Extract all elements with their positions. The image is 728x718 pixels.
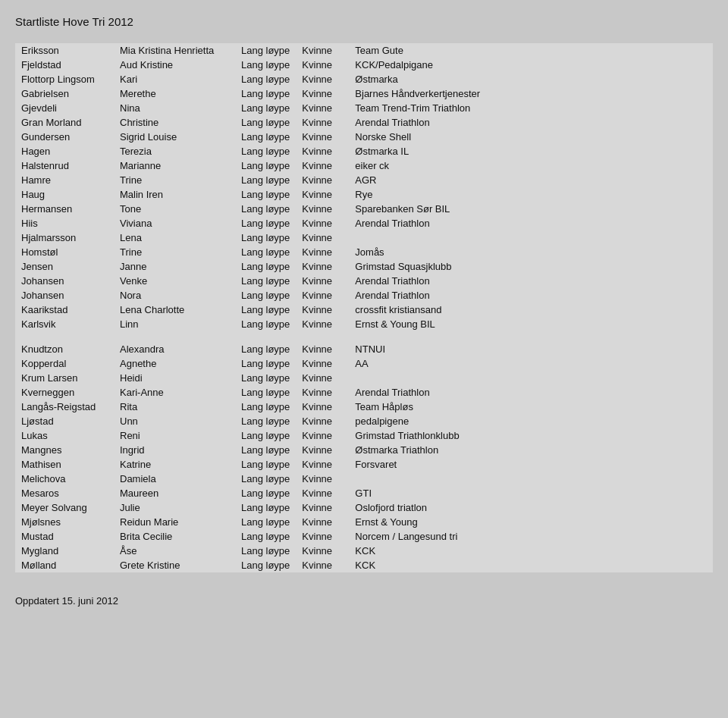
table-row: KaarikstadLena CharlotteLang løypeKvinne…	[15, 303, 713, 317]
table-row: HalstenrudMarianneLang løypeKvinneeiker …	[15, 158, 713, 173]
table-spacer	[15, 331, 713, 342]
table-row: FjeldstadAud KristineLang løypeKvinneKCK…	[15, 58, 713, 72]
table-row: MyglandÅseLang løypeKvinneKCK	[15, 544, 713, 558]
table-row: HiisVivianaLang løypeKvinneArendal Triat…	[15, 216, 713, 230]
table-row: MesarosMaureenLang løypeKvinneGTI	[15, 486, 713, 500]
table-row: MustadBrita CecilieLang løypeKvinneNorce…	[15, 529, 713, 544]
table-row: HaugMalin IrenLang løypeKvinneRye	[15, 187, 713, 202]
table-row: KopperdalAgnetheLang løypeKvinneAA	[15, 356, 713, 371]
table-row: HamreTrineLang løypeKvinneAGR	[15, 173, 713, 187]
table-row: JensenJanneLang løypeKvinneGrimstad Squa…	[15, 259, 713, 274]
table-row: LjøstadUnnLang løypeKvinnepedalpigene	[15, 414, 713, 428]
table-row: HomstølTrineLang løypeKvinneJomås	[15, 245, 713, 259]
table-row: Krum LarsenHeidiLang løypeKvinne	[15, 371, 713, 385]
table-row: MøllandGrete KristineLang løypeKvinneKCK	[15, 558, 713, 572]
page-title: Startliste Hove Tri 2012	[15, 15, 713, 28]
table-row: MangnesIngridLang løypeKvinneØstmarka Tr…	[15, 443, 713, 457]
table-row: ErikssonMia Kristina HenriettaLang løype…	[15, 43, 713, 58]
table-row: GabrielsenMeretheLang løypeKvinneBjarnes…	[15, 86, 713, 101]
table-row: Gran MorlandChristineLang løypeKvinneAre…	[15, 115, 713, 130]
table-row: Meyer SolvangJulieLang løypeKvinneOslofj…	[15, 500, 713, 515]
table-row: LukasReniLang løypeKvinneGrimstad Triath…	[15, 428, 713, 443]
table-row: MelichovaDamielaLang løypeKvinne	[15, 472, 713, 486]
table-row: Flottorp LingsomKariLang løypeKvinneØstm…	[15, 72, 713, 86]
participants-table: ErikssonMia Kristina HenriettaLang løype…	[15, 43, 713, 572]
table-row: MathisenKatrineLang løypeKvinneForsvaret	[15, 457, 713, 472]
table-row: HjalmarssonLenaLang løypeKvinne	[15, 230, 713, 245]
table-row: GjevdeliNinaLang løypeKvinneTeam Trend-T…	[15, 101, 713, 115]
table-row: MjølsnesReidun MarieLang løypeKvinneErns…	[15, 515, 713, 529]
table-row: GundersenSigrid LouiseLang løypeKvinneNo…	[15, 130, 713, 144]
table-row: HermansenToneLang løypeKvinneSparebanken…	[15, 202, 713, 216]
table-row: KverneggenKari-AnneLang løypeKvinneArend…	[15, 385, 713, 400]
footer-text: Oppdatert 15. juni 2012	[15, 595, 713, 607]
table-row: Langås-ReigstadRitaLang løypeKvinneTeam …	[15, 400, 713, 414]
table-row: HagenTereziaLang løypeKvinneØstmarka IL	[15, 144, 713, 158]
table-row: KarlsvikLinnLang løypeKvinneErnst & Youn…	[15, 317, 713, 331]
table-row: JohansenNoraLang løypeKvinneArendal Tria…	[15, 288, 713, 303]
table-row: KnudtzonAlexandraLang løypeKvinneNTNUI	[15, 342, 713, 356]
table-row: JohansenVenkeLang løypeKvinneArendal Tri…	[15, 274, 713, 288]
